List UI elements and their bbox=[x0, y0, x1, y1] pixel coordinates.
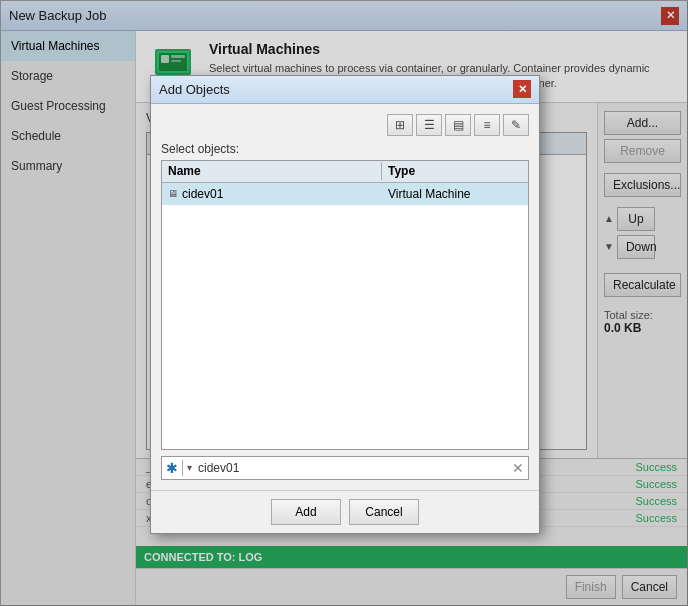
vm-row-icon: 🖥 bbox=[168, 188, 178, 199]
objects-table-header: Name Type bbox=[162, 161, 528, 183]
objects-table-row[interactable]: 🖥 cidev01 Virtual Machine bbox=[162, 183, 528, 205]
obj-name-text: cidev01 bbox=[182, 187, 223, 201]
modal-toolbar: ⊞ ☰ ▤ ≡ ✎ bbox=[161, 114, 529, 136]
toolbar-btn-2[interactable]: ☰ bbox=[416, 114, 442, 136]
search-arrow-icon: ▾ bbox=[187, 462, 192, 473]
modal-title-bar: Add Objects ✕ bbox=[151, 76, 539, 104]
search-value: cidev01 bbox=[198, 461, 512, 475]
toolbar-btn-1[interactable]: ⊞ bbox=[387, 114, 413, 136]
modal-cancel-button[interactable]: Cancel bbox=[349, 499, 419, 525]
search-clear-button[interactable]: ✕ bbox=[512, 460, 524, 476]
obj-cell-type: Virtual Machine bbox=[382, 185, 528, 203]
search-bar: ✱ ▾ cidev01 ✕ bbox=[161, 456, 529, 480]
obj-col-header-name: Name bbox=[162, 162, 382, 180]
modal-close-button[interactable]: ✕ bbox=[513, 80, 531, 98]
modal-body: ⊞ ☰ ▤ ≡ ✎ Select objects: Name Type 🖥 bbox=[151, 104, 539, 490]
add-objects-dialog: Add Objects ✕ ⊞ ☰ ▤ ≡ ✎ Select objects: … bbox=[150, 75, 540, 534]
search-icon: ✱ bbox=[166, 460, 178, 476]
select-objects-label: Select objects: bbox=[161, 142, 529, 156]
toolbar-btn-3[interactable]: ▤ bbox=[445, 114, 471, 136]
modal-buttons: Add Cancel bbox=[151, 490, 539, 533]
obj-cell-name: 🖥 cidev01 bbox=[162, 185, 382, 203]
toolbar-btn-4[interactable]: ≡ bbox=[474, 114, 500, 136]
modal-overlay: Add Objects ✕ ⊞ ☰ ▤ ≡ ✎ Select objects: … bbox=[1, 1, 688, 606]
toolbar-btn-5[interactable]: ✎ bbox=[503, 114, 529, 136]
search-separator bbox=[182, 460, 183, 476]
modal-add-button[interactable]: Add bbox=[271, 499, 341, 525]
modal-title: Add Objects bbox=[159, 82, 230, 97]
obj-col-header-type: Type bbox=[382, 162, 528, 180]
objects-table: Name Type 🖥 cidev01 Virtual Machine bbox=[161, 160, 529, 450]
